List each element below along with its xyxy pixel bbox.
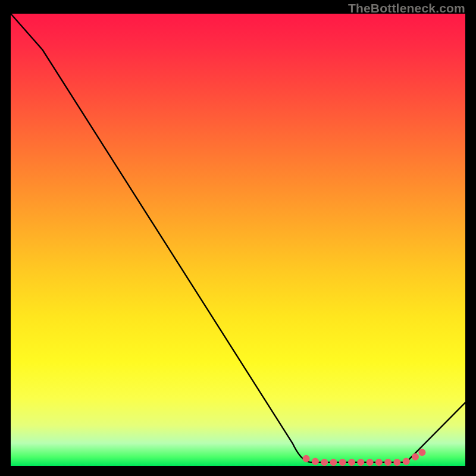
marker-dot xyxy=(418,449,425,456)
curve-layer xyxy=(11,14,465,466)
marker-dot xyxy=(384,459,392,466)
marker-dot xyxy=(403,458,410,465)
marker-dots xyxy=(303,449,426,466)
marker-dot xyxy=(393,459,400,466)
marker-dot xyxy=(330,459,337,466)
curve-path xyxy=(11,14,465,462)
marker-dot xyxy=(348,459,355,466)
marker-dot xyxy=(412,453,419,461)
marker-dot xyxy=(375,459,383,466)
bottleneck-curve xyxy=(11,14,465,462)
marker-dot xyxy=(357,459,364,466)
attribution-text: TheBottleneck.com xyxy=(348,1,465,15)
plot-area xyxy=(11,14,465,466)
chart-canvas: TheBottleneck.com xyxy=(0,0,476,476)
marker-dot xyxy=(312,458,319,465)
marker-dot xyxy=(321,459,328,466)
marker-dot xyxy=(339,459,346,466)
marker-dot xyxy=(303,455,310,462)
marker-dot xyxy=(367,459,374,466)
